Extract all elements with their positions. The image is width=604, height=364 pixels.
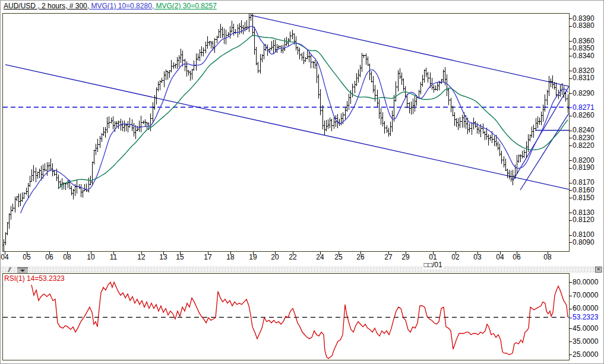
time-tick-label: 26 [356,253,364,261]
price-tick-label: 0.8310 [569,74,594,82]
chart-window: AUD/USD , 2 hours, # 300, MVG(1) 10=0.82… [0,0,604,364]
rsi-chart-canvas[interactable] [3,274,569,360]
time-tick-label: 19 [249,253,257,261]
price-tick-label: 0.8170 [569,178,594,186]
time-tick-label: 04 [496,253,504,261]
price-tick-label: 0.8100 [569,230,594,239]
time-tick-mark [388,252,389,255]
time-tick-label: 04 [1,253,8,261]
time-tick-label: 17 [204,253,211,261]
time-tick-mark [91,252,91,255]
price-tick-label: 0.8230 [569,134,594,142]
time-tick-mark [253,252,254,255]
time-tick-label: 29 [401,253,409,261]
price-tick-label: 0.8200 [569,156,594,164]
time-tick-label: 05 [23,253,30,261]
time-tick-mark [67,252,68,255]
time-tick-mark [230,252,231,255]
time-tick-mark [360,252,361,255]
time-tick-label: 24 [316,253,324,261]
time-tick-label: 27 [384,253,392,261]
time-tick-label: 18 [226,253,234,261]
price-chart-panel[interactable] [2,13,570,252]
price-tick-label: 0.8160 [569,186,594,194]
chart-title: AUD/USD , 2 hours, # 300, MVG(1) 10=0.82… [4,2,217,12]
price-tick-label: 0.8190 [569,163,594,172]
price-tick-label: 0.8150 [569,194,594,202]
time-tick-mark [5,252,5,255]
chart-title-mvg2: MVG(2) 30=0.8257 [154,2,217,10]
time-tick-label: 11 [110,253,117,261]
time-tick-mark [208,252,208,255]
time-tick-mark [163,252,164,255]
rsi-tick-label: 80.0000 [569,278,598,286]
time-tick-label: 22 [289,253,296,261]
splitter-resize-icon[interactable] [5,267,14,272]
price-tick-label: 0.8390 [569,14,594,23]
price-tick-label: 0.8120 [569,216,594,224]
time-tick-mark [433,252,434,255]
price-tick-label: 0.8220 [569,141,594,150]
time-tick-mark [456,252,456,255]
time-tick-mark [49,252,50,255]
rsi-tick-label: 35.0000 [569,337,598,346]
rsi-tick-label: 45.0000 [569,324,598,333]
time-tick-label: 03 [473,253,481,261]
chart-title-symbol: AUD/USD , 2 hours, # 300, [4,2,89,10]
last-price-label: 0.8271 [569,103,594,112]
time-tick-mark [27,252,27,255]
time-tick-mark [339,252,339,255]
time-tick-mark [113,252,114,255]
time-tick-label: 15 [176,253,184,261]
price-tick-label: 0.8130 [569,208,594,217]
rsi-value-label: 53.2323 [569,313,598,321]
time-tick-mark [500,252,501,255]
price-chart-canvas[interactable] [3,14,569,251]
time-tick-label: 06 [45,253,53,261]
time-tick-mark [548,252,548,255]
splitter-collapse-arrow-icon[interactable] [17,267,28,273]
price-tick-label: 0.8350 [569,44,594,52]
price-tick-label: 0.8240 [569,126,594,134]
time-tick-mark [517,252,517,255]
time-tick-label: 06 [513,253,520,261]
time-tick-label: 02 [451,253,459,261]
time-tick-label: 10 [87,253,94,261]
time-tick-mark [406,252,406,255]
panel-splitter[interactable]: ✕ [1,266,604,273]
panel-close-icon[interactable]: ✕ [595,267,602,273]
time-tick-mark [320,252,321,255]
time-tick-label: 01 [429,253,437,261]
rsi-tick-label: 70.0000 [569,291,598,299]
time-tick-label: 25 [334,253,342,261]
price-tick-label: 0.8340 [569,52,594,60]
time-tick-mark [293,252,293,255]
rsi-indicator-panel[interactable] [2,273,570,360]
price-tick-label: 0.8090 [569,238,594,246]
time-tick-label: 08 [543,253,551,261]
price-tick-label: 0.8260 [569,111,594,119]
price-tick-label: 0.8360 [569,37,594,45]
rsi-tick-label: 25.0000 [569,350,598,359]
chart-title-mvg1: MVG(1) 10=0.8280, [89,2,154,10]
time-tick-label: 13 [159,253,167,261]
time-tick-mark [275,252,276,255]
rsi-axis: 80.000070.000060.000045.000035.000025.00… [569,1,604,364]
price-tick-label: 0.8320 [569,67,594,75]
time-tick-mark [141,252,142,255]
time-tick-label: 12 [137,253,145,261]
time-tick-mark [180,252,181,255]
time-tick-label: 08 [63,253,71,261]
price-tick-label: 0.8290 [569,89,594,97]
time-tick-label: 20 [271,253,279,261]
time-tick-mark [477,252,478,255]
rsi-indicator-label: RSI(1) 14=53.2323 [4,274,65,283]
price-tick-label: 0.8380 [569,21,594,30]
price-axis: 0.83900.83800.83600.83500.83400.83200.83… [569,1,604,364]
rsi-tick-label: 60.0000 [569,304,598,312]
